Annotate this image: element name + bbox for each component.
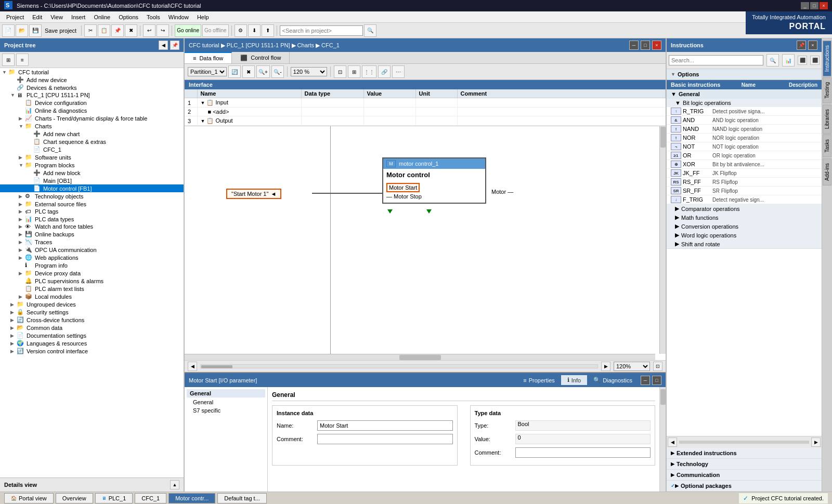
instructions-close[interactable]: × (808, 41, 817, 50)
instr-item-nor[interactable]: ! NOR NOR logic operation (667, 134, 822, 142)
search-button[interactable]: 🔍 (364, 24, 376, 37)
options-expand-icon[interactable]: ▼ (671, 72, 675, 77)
menu-tools[interactable]: Tools (142, 13, 164, 21)
tree-item-device-config[interactable]: 📋 Device configuration (0, 99, 184, 107)
tree-item-ext-source[interactable]: ▶ 📁 External source files (0, 200, 184, 208)
canvas-area[interactable]: "Start Motor 1" ◄ M motor control_1 Moto… (185, 126, 666, 360)
scroll-left[interactable]: ◀ (188, 362, 197, 371)
hscroll-bar[interactable] (200, 364, 598, 368)
menu-edit[interactable]: Edit (28, 13, 46, 21)
fit-view[interactable]: ⊡ (653, 362, 662, 371)
type-comment-input[interactable] (515, 447, 651, 458)
tree-item-cfc1[interactable]: 📄 CFC_1 (0, 145, 184, 153)
chart-close[interactable]: × (652, 41, 661, 50)
sidebar-vtab-testing[interactable]: Testing (823, 77, 831, 103)
undo-button[interactable]: ↩ (143, 24, 155, 37)
more-btn[interactable]: ⋯ (392, 65, 405, 78)
refresh-btn[interactable]: 🔄 (228, 65, 241, 78)
tree-item-plc-data-types[interactable]: ▶ 📊 PLC data types (0, 215, 184, 223)
shift-rotate-subgroup[interactable]: ▶ Shift and rotate (667, 240, 822, 248)
tree-item-doc-settings[interactable]: ▶ 📄 Documentation settings (0, 331, 184, 339)
open-button[interactable]: 📂 (16, 24, 28, 37)
project-tree-pin[interactable]: 📌 (170, 41, 179, 50)
download-button[interactable]: ⬇ (248, 24, 261, 37)
project-tree-content[interactable]: ▼ 📁 CFC tutorial ➕ Add new device 🔗 Devi… (0, 68, 184, 478)
conversion-subgroup[interactable]: ▶ Conversion operations (667, 222, 822, 231)
titlebar-controls[interactable]: _ □ × (801, 2, 828, 9)
instructions-search-input[interactable] (669, 55, 763, 65)
tree-item-add-new-device[interactable]: ➕ Add new device (0, 76, 184, 84)
canvas-hscroll[interactable] (185, 354, 655, 360)
tree-item-tech-objects[interactable]: ▶ ⚙ Technology objects (0, 192, 184, 200)
ext-extended-instructions[interactable]: ▶ Extended instructions (667, 448, 822, 459)
statusbar-tab-default-tag[interactable]: Default tag t... (217, 493, 266, 503)
instr-item-nand[interactable]: ! NAND NAND logic operation (667, 125, 822, 134)
maximize-button[interactable]: □ (810, 2, 818, 9)
instructions-pin[interactable]: 📌 (797, 41, 806, 50)
tree-grid-btn[interactable]: ⊞ (2, 54, 15, 66)
graph-icon-btn[interactable]: 📊 (782, 54, 795, 67)
interface-row-add[interactable]: 2 ■ <add> (185, 108, 666, 116)
bit-logic-subgroup[interactable]: ▼ Bit logic operations (667, 99, 822, 107)
menu-project[interactable]: Project (2, 13, 28, 21)
interface-row-output[interactable]: 3 ▼ 📋 Output (185, 116, 666, 126)
comparator-subgroup[interactable]: ▶ Comparator operations (667, 204, 822, 213)
instr-item-rsff[interactable]: RS RS_FF RS Flipflop (667, 178, 822, 187)
motor-pin-start[interactable]: Motor Start (386, 183, 482, 192)
copy-button[interactable]: 📋 (98, 24, 110, 37)
word-logic-subgroup[interactable]: ▶ Word logic operations (667, 231, 822, 240)
statusbar-tab-portal[interactable]: 🏠 Portal view (4, 493, 54, 503)
chart-maximize[interactable]: □ (641, 41, 650, 50)
instr-prev[interactable]: ◀ (668, 437, 677, 447)
tree-item-traces[interactable]: ▶ 📉 Traces (0, 238, 184, 246)
tree-item-plc-tags[interactable]: ▶ 🏷 PLC tags (0, 208, 184, 215)
menu-window[interactable]: Window (164, 13, 193, 21)
save-button[interactable]: 💾 (29, 24, 42, 37)
search-icon-btn[interactable]: 🔍 (766, 54, 779, 67)
paste-button[interactable]: 📌 (111, 24, 124, 37)
bottom-panel-maximize[interactable]: □ (652, 376, 661, 385)
grid-btn[interactable]: ⋮⋮ (362, 65, 376, 78)
zoom-out-btn[interactable]: 🔍- (271, 65, 284, 78)
tree-item-program-blocks[interactable]: ▼ 📁 Program blocks (0, 161, 184, 169)
tree-item-charts[interactable]: ▼ 📁 Charts (0, 122, 184, 130)
tree-item-plc1[interactable]: ▼ 🖥 PLC_1 [CPU 1511-1 PN] (0, 91, 184, 99)
tree-item-security[interactable]: ▶ 🔒 Security settings (0, 308, 184, 316)
tree-item-ungrouped[interactable]: ▶ 📁 Ungrouped devices (0, 300, 184, 308)
sidebar-vtab-addins[interactable]: Add-ins (823, 158, 831, 185)
menu-insert[interactable]: Insert (67, 13, 90, 21)
connect-btn[interactable]: 🔗 (378, 65, 391, 78)
motor-pin-stop[interactable]: — Motor Stop (386, 193, 482, 200)
tab-data-flow[interactable]: ≡ Data flow (185, 52, 232, 63)
close-button[interactable]: × (820, 2, 828, 9)
zoom-select[interactable]: 120 % (291, 67, 327, 76)
partition-select[interactable]: Partition_1 (188, 67, 227, 76)
menu-help[interactable]: Help (193, 13, 213, 21)
menu-online[interactable]: Online (89, 13, 114, 21)
instr-item-ftrig[interactable]: ↓ F_TRIG Detect negative sign... (667, 195, 822, 204)
tree-item-local-modules[interactable]: ▶ 📦 Local modules (0, 293, 184, 300)
scroll-right[interactable]: ▶ (601, 362, 610, 371)
comment-input[interactable] (317, 434, 453, 444)
general-item[interactable]: General (187, 398, 265, 406)
go-offline-button[interactable]: Go offline (202, 24, 229, 37)
tree-item-version-control[interactable]: ▶ 🔃 Version control interface (0, 347, 184, 355)
tree-item-add-block[interactable]: ➕ Add new block (0, 169, 184, 177)
instr-item-and[interactable]: & AND AND logic operation (667, 116, 822, 125)
tree-list-btn[interactable]: ≡ (16, 54, 29, 66)
tree-item-cross-device[interactable]: ▶ 🔄 Cross-device functions (0, 316, 184, 324)
bottom-vscroll[interactable] (659, 387, 666, 492)
instr-item-srff[interactable]: SR SR_FF SR Flipflop (667, 187, 822, 195)
tree-item-cfc-tutorial[interactable]: ▼ 📁 CFC tutorial (0, 68, 184, 76)
tree-item-main-ob1[interactable]: 📄 Main [OB1] (0, 177, 184, 184)
start-motor-label[interactable]: "Start Motor 1" ◄ (226, 189, 281, 199)
tree-item-alarm-texts[interactable]: 📋 PLC alarm text lists (0, 285, 184, 293)
tree-item-add-chart[interactable]: ➕ Add new chart (0, 130, 184, 138)
tree-item-program-info[interactable]: ℹ Program info (0, 261, 184, 269)
sidebar-vtab-instructions[interactable]: Instructions (823, 41, 831, 76)
ext-optional-packages[interactable]: ✓ ▶ Optional packages (667, 481, 822, 492)
instr-item-rtrig[interactable]: ↑ R_TRIG Detect positive signa... (667, 107, 822, 116)
tab-info[interactable]: ℹ Info (561, 375, 587, 385)
general-tab[interactable]: General (187, 389, 265, 397)
panel-right-btn[interactable]: ⬛ (810, 56, 820, 65)
